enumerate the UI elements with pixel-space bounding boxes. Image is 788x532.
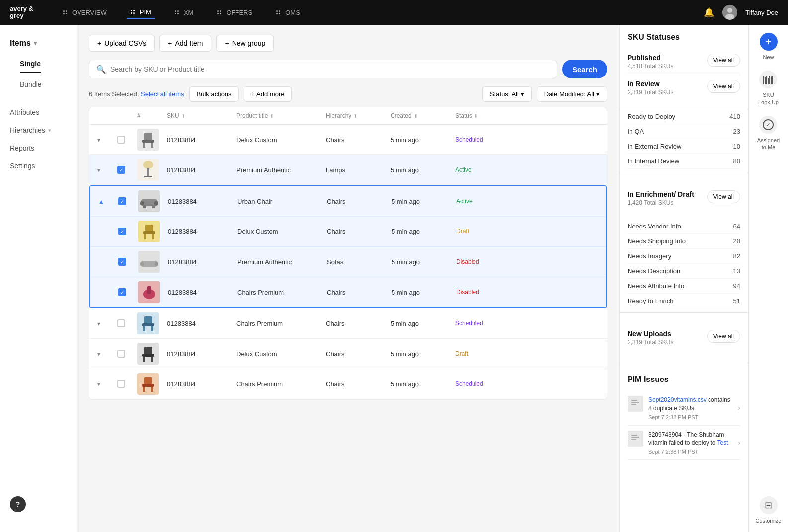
expand-btn[interactable]: ▲ — [98, 198, 118, 205]
expand-btn[interactable]: ▾ — [97, 350, 117, 358]
row-checkbox[interactable] — [118, 258, 126, 266]
sku-lookup-button[interactable]: SKU Look Up — [758, 71, 779, 106]
header-sku[interactable]: SKU ⬆ — [167, 112, 236, 119]
select-all-items-link[interactable]: Select all items — [141, 90, 184, 98]
svg-rect-16 — [143, 205, 146, 208]
svg-rect-42 — [142, 384, 154, 387]
expand-btn[interactable]: ▾ — [97, 320, 117, 327]
row-checkbox[interactable] — [118, 197, 126, 205]
sku-cell: 01283884 — [167, 136, 236, 144]
plus-icon: + — [97, 39, 101, 47]
search-input[interactable] — [110, 60, 550, 78]
status-badge: Disabled — [456, 258, 598, 265]
logo: avery & grey — [10, 5, 33, 20]
search-button[interactable]: Search — [562, 60, 607, 78]
expand-btn[interactable]: ▾ — [97, 136, 117, 144]
main-layout: Items ▾ Single Bundle Attributes Hierarc… — [0, 25, 788, 532]
selected-group: ▲ 01283884 Urban Chair Chairs 5 min ago … — [89, 185, 607, 308]
expand-btn[interactable]: ▾ — [97, 166, 117, 174]
help-button[interactable]: ? — [10, 496, 26, 512]
table-header: # SKU ⬆ Product title ⬆ Hierarchy ⬆ Crea… — [89, 107, 607, 125]
row-checkbox[interactable] — [117, 136, 125, 144]
sidebar-item-attributes[interactable]: Attributes — [0, 104, 77, 120]
row-checkbox[interactable] — [118, 228, 126, 235]
chevron-down-icon: ▾ — [521, 90, 524, 98]
sku-cell: 01283884 — [168, 289, 237, 296]
nav-oms[interactable]: OMS — [272, 7, 304, 18]
add-more-button[interactable]: + Add more — [244, 86, 292, 102]
issue-arrow-icon: › — [738, 431, 740, 455]
bulk-actions-button[interactable]: Bulk actions — [189, 86, 239, 102]
sidebar-item-hierarchies[interactable]: Hierarchies ▾ — [0, 122, 77, 138]
new-group-button[interactable]: + New group — [216, 35, 274, 52]
title-cell: Chairs Premium — [236, 320, 326, 327]
far-right-panel: + New SKU Look Up ✓ Assigned to Me ⊟ Cus… — [748, 25, 788, 532]
issue-link[interactable]: Test — [717, 439, 728, 446]
sku-statuses-section: SKU Statuses Published 4,518 Total SKUs … — [620, 25, 748, 109]
customize-button[interactable]: ⊟ Customize — [756, 496, 782, 524]
avatar[interactable] — [722, 5, 737, 20]
sidebar-item-single[interactable]: Single — [20, 56, 41, 73]
new-uploads-view-all-button[interactable]: View all — [707, 330, 740, 343]
pim-issue-item[interactable]: Sept2020vitamins.csv contains 8 duplicat… — [628, 391, 740, 426]
header-checkbox — [117, 112, 137, 119]
in-review-sub: 2,319 Total SKUs — [628, 89, 674, 96]
date-filter-button[interactable]: Date Modified: All ▾ — [537, 86, 607, 102]
enrichment-label: In Enrichment/ Draft — [628, 190, 694, 198]
in-review-view-all-button[interactable]: View all — [707, 80, 740, 93]
row-checkbox[interactable] — [118, 288, 126, 296]
sidebar-items-section: Items ▾ — [0, 35, 77, 52]
nav-offers[interactable]: OFFERS — [213, 7, 256, 18]
row-checkbox[interactable] — [117, 350, 125, 358]
status-badge: Draft — [456, 228, 598, 235]
header-status[interactable]: Status ⬇ — [455, 112, 599, 119]
table-row: 01283884 Delux Custom Chairs 5 min ago D… — [90, 217, 606, 247]
row-checkbox[interactable] — [117, 166, 125, 174]
nav-overview[interactable]: OVERVIEW — [59, 7, 111, 18]
status-filter-button[interactable]: Status: All ▾ — [482, 86, 532, 102]
svg-rect-17 — [152, 205, 155, 208]
svg-rect-38 — [143, 357, 145, 362]
svg-rect-5 — [142, 140, 154, 143]
check-circle-icon: ✓ — [759, 116, 777, 134]
hierarchy-cell: Chairs — [326, 380, 391, 388]
new-item-button[interactable]: + New — [760, 33, 778, 61]
svg-rect-44 — [151, 387, 153, 392]
header-hierarchy[interactable]: Hierarchy ⬆ — [326, 112, 391, 119]
row-checkbox[interactable] — [117, 380, 125, 388]
expand-btn[interactable]: ▾ — [97, 380, 117, 388]
svg-point-1 — [727, 8, 732, 13]
pim-issue-item[interactable]: 3209743904 - The Shubham vitamin failed … — [628, 426, 740, 460]
assigned-to-me-button[interactable]: ✓ Assigned to Me — [757, 116, 780, 151]
issue-file-link[interactable]: Sept2020vitamins.csv — [648, 396, 707, 403]
sidebar-item-reports[interactable]: Reports — [0, 140, 77, 156]
product-thumbnail — [138, 190, 160, 212]
pim-issues-title: PIM Issues — [628, 375, 740, 384]
selected-count: 6 Items Selected. Select all items — [89, 90, 184, 98]
header-expand — [97, 112, 117, 119]
sidebar-item-settings[interactable]: Settings — [0, 158, 77, 174]
items-table: # SKU ⬆ Product title ⬆ Hierarchy ⬆ Crea… — [89, 107, 607, 400]
upload-csvs-button[interactable]: + Upload CSVs — [89, 35, 155, 52]
nav-pim[interactable]: PIM — [127, 6, 155, 19]
notification-icon[interactable]: 🔔 — [704, 7, 714, 18]
product-thumbnail — [137, 343, 159, 365]
header-created[interactable]: Created ⬆ — [391, 112, 455, 119]
published-view-all-button[interactable]: View all — [707, 54, 740, 67]
table-row: ▾ 01283884 Premium Authentic Lamps 5 min… — [89, 155, 607, 185]
nav-xm[interactable]: XM — [171, 7, 198, 18]
pim-issues-section: PIM Issues Sept2020vitamins.csv contains… — [620, 367, 748, 468]
product-thumbnail — [137, 312, 159, 334]
sort-icon: ⬆ — [181, 113, 185, 119]
header-title[interactable]: Product title ⬆ — [236, 112, 326, 119]
enrichment-status-row: In Enrichment/ Draft 1,420 Total SKUs Vi… — [628, 185, 740, 211]
enrichment-view-all-button[interactable]: View all — [707, 190, 740, 203]
add-item-button[interactable]: + Add Item — [159, 35, 211, 52]
hierarchy-cell: Chairs — [327, 228, 392, 235]
status-list-item: Needs Vendor Info 64 — [628, 219, 740, 234]
sidebar-item-bundle[interactable]: Bundle — [10, 76, 67, 92]
svg-rect-21 — [144, 234, 146, 239]
chevron-down-icon[interactable]: ▾ — [34, 40, 37, 47]
search-input-wrap: 🔍 — [89, 60, 557, 78]
row-checkbox[interactable] — [117, 319, 125, 327]
